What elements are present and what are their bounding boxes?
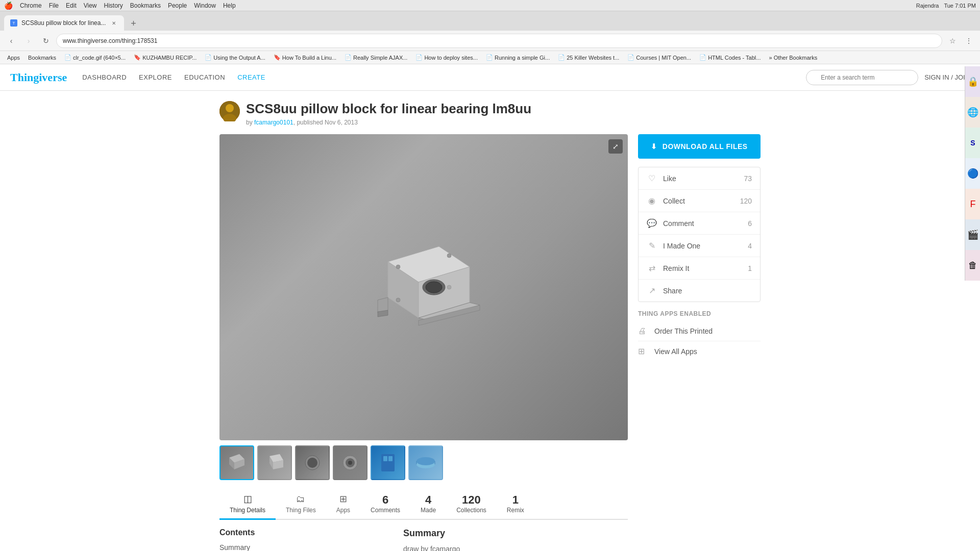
like-icon: ♡ — [647, 173, 657, 183]
thingiverse-logo[interactable]: Thingiverse — [10, 71, 67, 84]
svg-point-11 — [447, 254, 451, 258]
image-viewer: ⤢ — [219, 134, 628, 440]
author-link[interactable]: fcamargo0101 — [254, 119, 293, 126]
comment-count: 6 — [748, 219, 752, 228]
order-printed-app[interactable]: 🖨 Order This Printed — [638, 321, 761, 341]
apple-menu[interactable]: 🍎 — [4, 2, 13, 10]
bookmark-apps[interactable]: Apps — [4, 54, 23, 62]
tab-remix[interactable]: 1 Remix — [497, 488, 534, 519]
forward-button[interactable]: › — [21, 34, 36, 48]
thumbnail-5[interactable] — [371, 445, 405, 480]
svg-point-12 — [447, 285, 451, 289]
extension-4[interactable]: 🔵 — [965, 158, 980, 189]
thing-header: SCS8uu pillow block for linear bearing l… — [219, 101, 761, 126]
history-menu[interactable]: History — [104, 2, 123, 9]
model-3d-svg — [347, 221, 500, 354]
search-bar: 🔍 SIGN IN / JOIN — [806, 70, 970, 85]
author-avatar — [219, 101, 240, 121]
address-bar[interactable]: www.thingiverse.com/thing:178531 — [56, 34, 942, 48]
tab-comments[interactable]: 6 Comments — [360, 488, 410, 519]
remix-count: 1 — [512, 493, 519, 507]
thumbnail-6[interactable] — [408, 445, 443, 480]
svg-point-9 — [426, 282, 442, 293]
bookmarks-menu[interactable]: Bookmarks — [130, 2, 161, 9]
chrome-tab-active[interactable]: T SCS8uu pillow block for linea... ✕ — [4, 15, 124, 31]
search-wrapper: 🔍 — [806, 70, 918, 85]
file-menu[interactable]: File — [49, 2, 59, 9]
chrome-menu[interactable]: Chrome — [20, 2, 42, 9]
bookmark-using-output[interactable]: 📄Using the Output A... — [202, 53, 268, 62]
comment-action[interactable]: 💬 Comment 6 — [639, 212, 760, 235]
tab-close-button[interactable]: ✕ — [110, 19, 118, 27]
new-tab-button[interactable]: + — [126, 16, 140, 31]
svg-rect-28 — [383, 456, 387, 461]
extension-6[interactable]: 🎬 — [965, 219, 980, 250]
signin-button[interactable]: SIGN IN / JOIN — [924, 73, 970, 81]
bookmark-html-codes[interactable]: 📄HTML Codes - Tabl... — [696, 53, 764, 62]
address-text: www.thingiverse.com/thing:178531 — [63, 37, 157, 44]
nav-explore[interactable]: EXPLORE — [139, 73, 172, 81]
extension-2[interactable]: 🌐 — [965, 97, 980, 128]
thumbnail-2[interactable] — [257, 445, 292, 480]
chrome-menu-button[interactable]: ⋮ — [962, 34, 976, 48]
svg-point-31 — [416, 457, 435, 465]
made-label: Made — [421, 507, 436, 514]
thing-details-icon: ◫ — [243, 493, 252, 505]
tab-collections[interactable]: 120 Collections — [446, 488, 497, 519]
bookmark-other[interactable]: » Other Bookmarks — [766, 54, 820, 62]
search-input[interactable] — [806, 70, 918, 85]
nav-create[interactable]: CREATE — [237, 73, 265, 81]
edit-menu[interactable]: Edit — [66, 2, 77, 9]
bookmark-clr-code[interactable]: 📄clr_code.gif (640×5... — [61, 53, 129, 62]
extension-7[interactable]: 🗑 — [965, 250, 980, 281]
bookmark-courses[interactable]: 📄Courses | MIT Open... — [624, 53, 694, 62]
bookmark-bookmarks[interactable]: Bookmarks — [25, 54, 59, 62]
tab-thing-details[interactable]: ◫ Thing Details — [219, 488, 276, 519]
bookmark-kuzhambu[interactable]: 🔖KUZHAMBU RECIP... — [131, 53, 200, 62]
download-all-files-button[interactable]: ⬇ DOWNLOAD ALL FILES — [638, 134, 761, 159]
view-menu[interactable]: View — [84, 2, 97, 9]
window-menu[interactable]: Window — [194, 2, 216, 9]
thing-title-block: SCS8uu pillow block for linear bearing l… — [246, 101, 531, 126]
thumbnail-1[interactable] — [219, 445, 254, 480]
extension-1[interactable]: 🔒 — [965, 66, 980, 97]
bookmark-really-simple[interactable]: 📄Really Simple AJAX... — [341, 53, 410, 62]
bookmark-25-killer[interactable]: 📄25 Killer Websites t... — [555, 53, 622, 62]
username: Rajendra — [916, 3, 939, 9]
tab-apps[interactable]: ⊞ Apps — [326, 488, 360, 519]
people-menu[interactable]: People — [168, 2, 187, 9]
remix-action[interactable]: ⇄ Remix It 1 — [639, 257, 760, 280]
tab-title: SCS8uu pillow block for linea... — [21, 19, 106, 27]
bookmark-how-to-build[interactable]: 🔖How To Build a Linu... — [271, 53, 339, 62]
contents-summary-item[interactable]: Summary — [219, 543, 393, 551]
svg-point-23 — [307, 458, 317, 468]
bookmark-star-icon[interactable]: ☆ — [945, 34, 960, 48]
extension-5[interactable]: F — [965, 189, 980, 219]
tab-made[interactable]: 4 Made — [410, 488, 446, 519]
tabs-row: ◫ Thing Details 🗂 Thing Files ⊞ Apps 6 C… — [219, 488, 628, 520]
nav-dashboard[interactable]: DASHBOARD — [82, 73, 127, 81]
collect-action[interactable]: ◉ Collect 120 — [639, 190, 760, 212]
share-action[interactable]: ↗ Share — [639, 280, 760, 302]
summary-text: draw by fcamargo — [403, 545, 628, 551]
nav-education[interactable]: EDUCATION — [184, 73, 225, 81]
tab-thing-files[interactable]: 🗂 Thing Files — [276, 489, 326, 519]
download-label: DOWNLOAD ALL FILES — [663, 142, 748, 151]
thumbnail-4[interactable] — [333, 445, 368, 480]
apps-tab-icon: ⊞ — [339, 493, 347, 505]
thumbnail-3[interactable] — [295, 445, 330, 480]
made-one-action[interactable]: ✎ I Made One 4 — [639, 235, 760, 257]
view-all-apps[interactable]: ⊞ View All Apps — [638, 341, 761, 361]
back-button[interactable]: ‹ — [4, 34, 18, 48]
bookmark-how-to-deploy[interactable]: 📄How to deploy sites... — [412, 53, 481, 62]
mac-menubar-left: 🍎 Chrome File Edit View History Bookmark… — [4, 2, 236, 10]
remix-count: 1 — [748, 264, 752, 272]
share-icon: ↗ — [647, 286, 657, 295]
like-action[interactable]: ♡ Like 73 — [639, 167, 760, 190]
order-printed-label: Order This Printed — [654, 327, 713, 335]
expand-button[interactable]: ⤢ — [608, 139, 623, 154]
extension-3[interactable]: S — [965, 128, 980, 158]
help-menu[interactable]: Help — [223, 2, 236, 9]
refresh-button[interactable]: ↻ — [39, 34, 53, 48]
bookmark-running-gi[interactable]: 📄Running a simple Gi... — [483, 53, 553, 62]
